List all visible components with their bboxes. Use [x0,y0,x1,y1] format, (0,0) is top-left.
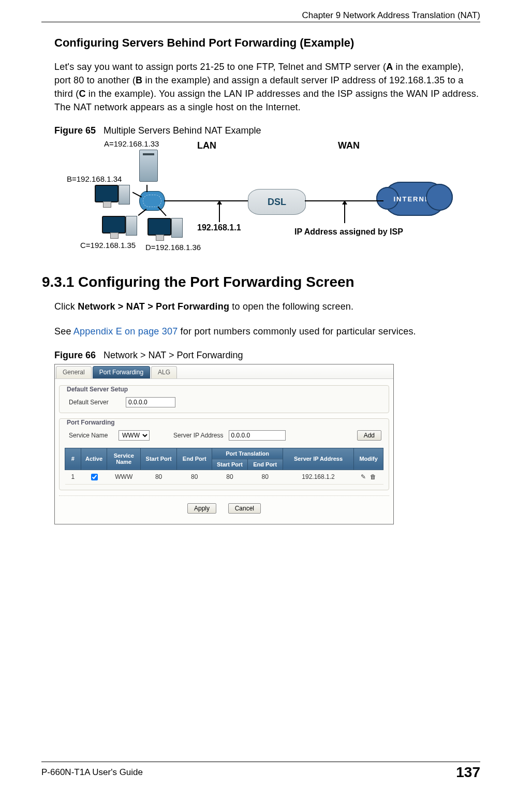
service-name-label: Service Name [69,432,113,439]
tab-general[interactable]: General [56,366,92,378]
pc-icon-B [95,185,119,202]
tab-port-forwarding[interactable]: Port Forwarding [93,366,150,378]
see-prefix: See [54,326,73,337]
appendix-link[interactable]: Appendix E on page 307 [73,326,178,337]
cell-num: 1 [65,470,81,484]
click-suffix: to open the following screen. [229,301,353,312]
service-name-select[interactable]: WWW [119,430,150,441]
delete-icon[interactable]: 🗑 [370,473,376,480]
port-forwarding-group-title: Port Forwarding [65,419,117,426]
tower-icon-B [119,185,130,204]
label-gateway-ip: 192.168.1.1 [197,223,241,232]
edit-icon[interactable]: ✎ [361,473,366,480]
figure66-screenshot: General Port Forwarding ALG Default Serv… [54,364,394,524]
active-checkbox[interactable] [91,474,98,480]
port-forwarding-group: Port Forwarding Service Name WWW Server … [59,418,389,490]
col-start: Start Port [141,448,177,470]
see-appendix: See Appendix E on page 307 for port numb… [54,325,480,338]
pc-icon-C [102,216,126,233]
arrow-gateway [219,204,220,222]
page-number: 137 [456,764,480,781]
label-D: D=192.168.1.36 [145,243,201,252]
add-button[interactable]: Add [357,430,381,441]
pc-icon-D [147,218,171,236]
wire-lan [164,200,248,201]
label-C: C=192.168.1.35 [80,241,136,250]
default-server-input[interactable] [126,397,175,407]
figure66-caption: Figure 66 Network > NAT > Port Forwardin… [54,350,480,361]
wire-c [138,209,147,216]
cell-tstart: 80 [212,470,247,484]
click-breadcrumb: Network > NAT > Port Forwarding [78,301,229,312]
figure65-caption-text: Multiple Servers Behind NAT Example [104,125,261,136]
label-isp-ip: IP Address assigned by ISP [294,227,403,237]
server-B: B [136,75,142,85]
running-header: Chapter 9 Network Address Translation (N… [302,10,480,21]
dsl-router-icon: DSL [248,189,306,215]
see-suffix: for port numbers commonly used for parti… [178,326,416,337]
label-WAN: WAN [338,140,360,151]
figure66-label: Figure 66 [54,350,96,360]
tower-icon-C [126,216,137,236]
figure66-caption-text: Network > NAT > Port Forwarding [104,350,243,360]
cell-modify: ✎ 🗑 [354,470,383,484]
screenshot-footer: Apply Cancel [59,495,389,519]
arrow-isp [344,204,345,223]
p1d: in the example). You assign the LAN IP a… [54,89,479,112]
col-trans: Port Translation [212,448,283,459]
internet-cloud-icon: INTERNET [383,182,446,216]
cancel-button[interactable]: Cancel [228,503,261,514]
figure65-label: Figure 65 [54,125,96,136]
server-icon-A [139,150,158,182]
default-server-label: Default Server [69,399,121,406]
click-instruction: Click Network > NAT > Port Forwarding to… [54,300,480,313]
server-C: C [79,89,85,99]
label-LAN: LAN [197,140,216,151]
apply-button[interactable]: Apply [187,503,216,514]
wire-a [146,185,147,192]
col-trans-start: Start Port [212,459,247,470]
tab-bar: General Port Forwarding ALG [55,364,393,379]
col-end: End Port [177,448,212,470]
cell-start: 80 [141,470,177,484]
tower-icon-D [171,218,183,238]
default-server-group: Default Server Setup Default Server [59,385,389,413]
switch-icon [139,191,165,211]
col-active: Active [81,448,107,470]
col-num: # [65,448,81,470]
figure65-caption: Figure 65 Multiple Servers Behind NAT Ex… [54,125,480,136]
col-trans-end: End Port [247,459,283,470]
cell-sip: 192.168.1.2 [283,470,353,484]
section1-paragraph: Let's say you want to assign ports 21-25… [54,60,480,114]
default-server-group-title: Default Server Setup [65,386,130,393]
tab-alg[interactable]: ALG [151,366,177,378]
label-B: B=192.168.1.34 [67,174,122,183]
server-A: A [386,62,393,72]
dsl-label: DSL [268,197,286,208]
footer-guide-name: P-660N-T1A User's Guide [41,767,143,778]
cell-end: 80 [177,470,212,484]
server-ip-label: Server IP Address [173,432,224,439]
col-service: Service Name [107,448,141,470]
figure65-diagram: A=192.168.1.33 LAN WAN B=192.168.1.34 DS… [54,139,448,258]
cell-service: WWW [107,470,141,484]
cell-active [81,470,107,484]
table-row: 1 WWW 80 80 80 80 192.168.1.2 ✎ [65,470,383,484]
server-ip-input[interactable] [229,430,286,441]
col-sip: Server IP Address [283,448,353,470]
cell-tend: 80 [247,470,283,484]
p1a: Let's say you want to assign ports 21-25… [54,62,386,72]
click-prefix: Click [54,301,78,312]
section-title-1: Configuring Servers Behind Port Forwardi… [54,36,480,50]
internet-label: INTERNET [383,182,446,216]
col-modify: Modify [354,448,383,470]
footer-rule [41,762,480,762]
header-rule [41,22,480,22]
port-forwarding-table: # Active Service Name Start Port End Por… [65,448,383,485]
label-A: A=192.168.1.33 [104,139,159,148]
section-9-3-1-heading: 9.3.1 Configuring the Port Forwarding Sc… [42,274,480,290]
